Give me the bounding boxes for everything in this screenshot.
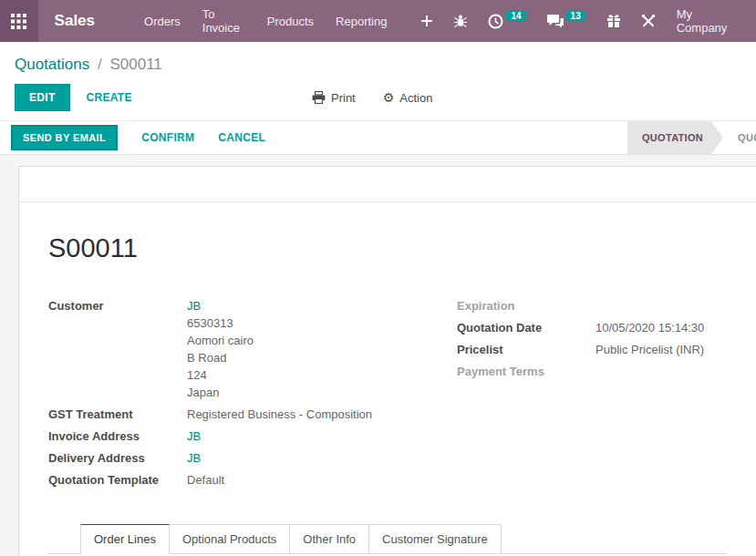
gst-treatment-label: GST Treatment (48, 406, 187, 423)
activity-count-badge: 14 (505, 10, 526, 22)
pricelist-value: Public Pricelist (INR) (595, 341, 704, 358)
customer-link[interactable]: JB (187, 299, 201, 313)
field-group: Customer JB 6530313 Aomori cairo B Road … (48, 297, 727, 493)
grid-icon (11, 14, 26, 29)
tab-customer-signature[interactable]: Customer Signature (368, 524, 502, 553)
print-button[interactable]: Print (312, 91, 356, 105)
tab-order-lines[interactable]: Order Lines (80, 524, 170, 554)
menu-to-invoice[interactable]: To Invoice (192, 0, 256, 42)
step-quotation[interactable]: QUOTATION (627, 121, 723, 154)
quotation-template-label: Quotation Template (48, 471, 187, 489)
gear-icon: ⚙ (383, 90, 395, 105)
cancel-button[interactable]: CANCEL (218, 131, 265, 144)
customer-address-line: 124 (187, 366, 254, 384)
print-action-group: Print ⚙ Action (312, 84, 432, 111)
chat-icon (547, 14, 564, 28)
field-expiration: Expiration (457, 297, 727, 314)
clock-icon (488, 14, 503, 29)
right-column: Expiration Quotation Date 10/05/2020 15:… (457, 297, 727, 493)
action-label: Action (399, 91, 432, 105)
activities-button[interactable]: 14 (478, 0, 536, 42)
control-panel: Quotations / S00011 EDIT CREATE Print ⚙ … (0, 42, 756, 120)
bug-icon (453, 14, 468, 28)
printer-icon (312, 91, 326, 104)
field-quotation-date: Quotation Date 10/05/2020 15:14:30 (457, 319, 727, 336)
gifts-button[interactable] (596, 0, 631, 42)
delivery-address-label: Delivery Address (48, 449, 187, 467)
pricelist-label: Pricelist (457, 341, 595, 358)
company-switcher[interactable]: My Company (666, 0, 747, 42)
tools-icon (641, 14, 656, 28)
plus-icon[interactable] (410, 0, 443, 42)
debug-button[interactable] (443, 0, 478, 42)
send-by-email-button[interactable]: SEND BY EMAIL (11, 125, 118, 150)
customer-address-line: 6530313 (187, 314, 254, 332)
apps-menu-button[interactable] (0, 0, 38, 42)
step-quotation-sent[interactable]: QUOTATION SENT (723, 121, 756, 154)
gst-treatment-value: Registered Business - Composition (187, 406, 372, 423)
field-customer: Customer JB 6530313 Aomori cairo B Road … (48, 297, 457, 401)
menu-reporting[interactable]: Reporting (325, 0, 398, 42)
notebook: Order Lines Optional Products Other Info… (48, 524, 727, 556)
breadcrumb-separator: / (94, 56, 106, 73)
customer-label: Customer (48, 297, 187, 401)
delivery-address-link[interactable]: JB (187, 451, 201, 465)
record-title: S00011 (48, 232, 727, 263)
field-payment-terms: Payment Terms (457, 363, 727, 380)
action-button[interactable]: ⚙ Action (383, 90, 433, 105)
quotation-date-value: 10/05/2020 15:14:30 (595, 319, 704, 336)
control-buttons: EDIT CREATE Print ⚙ Action (15, 84, 741, 111)
expiration-label: Expiration (457, 297, 595, 314)
button-box-strip (19, 167, 756, 202)
app-name[interactable]: Sales (38, 0, 133, 42)
left-column: Customer JB 6530313 Aomori cairo B Road … (48, 297, 457, 493)
form-view: S00011 Customer JB 6530313 Aomori cairo … (0, 155, 756, 556)
field-pricelist: Pricelist Public Pricelist (INR) (457, 341, 727, 358)
tab-bar: Order Lines Optional Products Other Info… (48, 524, 727, 554)
quotation-template-value: Default (187, 471, 224, 489)
customer-address-line: Japan (187, 384, 254, 401)
field-delivery-address: Delivery Address JB (48, 449, 457, 467)
field-quotation-template: Quotation Template Default (48, 471, 457, 489)
gift-icon (606, 14, 621, 28)
systray: 14 13 (443, 0, 756, 42)
tab-other-info[interactable]: Other Info (289, 524, 368, 553)
tab-optional-products[interactable]: Optional Products (170, 524, 289, 553)
edit-button[interactable]: EDIT (15, 84, 70, 111)
top-navbar: Sales Orders To Invoice Products Reporti… (0, 0, 756, 42)
confirm-button[interactable]: CONFIRM (141, 131, 194, 144)
print-label: Print (331, 91, 356, 105)
customer-address-line: B Road (187, 349, 254, 366)
create-button[interactable]: CREATE (87, 91, 132, 104)
menu-orders[interactable]: Orders (133, 0, 192, 42)
invoice-address-label: Invoice Address (48, 427, 187, 445)
field-gst-treatment: GST Treatment Registered Business - Comp… (48, 406, 457, 423)
field-invoice-address: Invoice Address JB (48, 427, 457, 445)
breadcrumb: Quotations / S00011 (15, 55, 741, 75)
message-count-badge: 13 (565, 10, 586, 22)
quotation-date-label: Quotation Date (457, 319, 595, 336)
form-sheet: S00011 Customer JB 6530313 Aomori cairo … (18, 166, 756, 556)
invoice-address-link[interactable]: JB (187, 429, 201, 443)
breadcrumb-current: S00011 (109, 56, 161, 73)
customer-address-line: Aomori cairo (187, 332, 254, 349)
menu-products[interactable]: Products (256, 0, 325, 42)
customer-value: JB 6530313 Aomori cairo B Road 124 Japan (187, 297, 254, 401)
breadcrumb-quotations[interactable]: Quotations (15, 56, 89, 73)
status-steps: QUOTATION QUOTATION SENT (627, 121, 756, 154)
main-menu: Orders To Invoice Products Reporting (133, 0, 443, 42)
tools-button[interactable] (631, 0, 666, 42)
payment-terms-label: Payment Terms (457, 363, 595, 380)
messages-button[interactable]: 13 (537, 0, 596, 42)
statusbar: SEND BY EMAIL CONFIRM CANCEL QUOTATION Q… (0, 120, 756, 155)
